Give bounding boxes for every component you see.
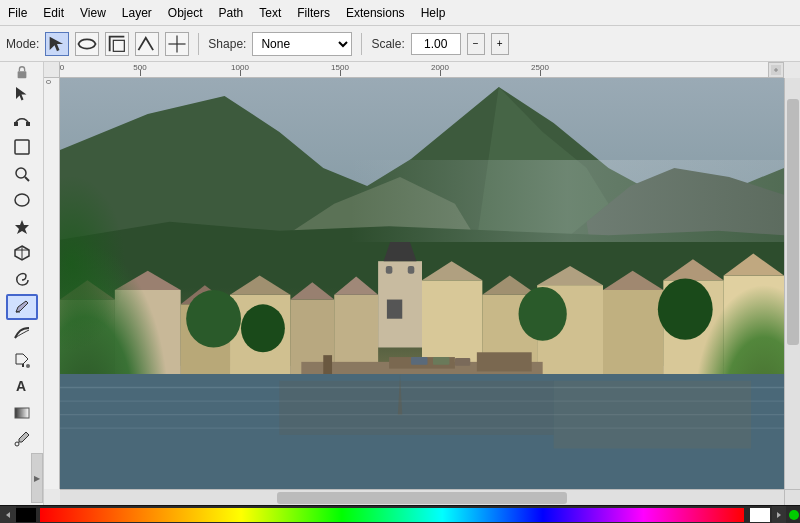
svg-point-54 — [186, 290, 241, 348]
svg-rect-6 — [15, 140, 29, 154]
ruler-tick-1500: 1500 — [331, 63, 349, 72]
color-black-swatch[interactable] — [16, 508, 36, 522]
svg-rect-5 — [26, 122, 30, 126]
ruler-tick-2000: 2000 — [431, 63, 449, 72]
canvas-resize-btn[interactable] — [768, 62, 784, 78]
ruler-tick-2500: 2500 — [531, 63, 549, 72]
tool-star[interactable] — [6, 214, 38, 240]
tool-gradient[interactable] — [6, 400, 38, 426]
mode-btn-smooth[interactable] — [135, 32, 159, 56]
mode-btn-symmetric[interactable] — [165, 32, 189, 56]
menu-extensions[interactable]: Extensions — [338, 3, 413, 23]
svg-marker-26 — [384, 242, 417, 261]
tool-eyedropper[interactable] — [6, 427, 38, 453]
mode-btn-corner[interactable] — [105, 32, 129, 56]
tool-node[interactable] — [6, 108, 38, 134]
svg-marker-39 — [290, 283, 334, 300]
menu-layer[interactable]: Layer — [114, 3, 160, 23]
options-separator-1 — [198, 33, 199, 55]
ruler-v-label: 0 — [45, 80, 52, 84]
tool-options-bar: Mode: Shape: None Circle Square Diamond — [0, 26, 800, 62]
scrollbar-horizontal[interactable] — [60, 489, 784, 505]
status-bar — [0, 505, 800, 523]
color-white-swatch[interactable] — [750, 508, 770, 522]
svg-marker-49 — [603, 271, 663, 290]
menu-text[interactable]: Text — [251, 3, 289, 23]
svg-rect-71 — [279, 381, 553, 435]
mode-label: Mode: — [6, 37, 39, 51]
menu-edit[interactable]: Edit — [35, 3, 72, 23]
canvas-view[interactable] — [60, 78, 784, 489]
svg-marker-37 — [230, 276, 290, 295]
menu-object[interactable]: Object — [160, 3, 211, 23]
toolbar-expand-btn[interactable]: ▶ — [31, 453, 43, 503]
color-green-dot — [789, 510, 799, 520]
tool-selector[interactable] — [6, 82, 38, 108]
scrollbar-v-thumb[interactable] — [787, 99, 799, 346]
svg-rect-48 — [603, 290, 663, 376]
canvas-wrapper: 0 500 1000 1500 2000 2500 0 — [44, 62, 800, 505]
tool-zoom[interactable] — [6, 161, 38, 187]
main-area: A ▶ — [0, 62, 800, 505]
menu-help[interactable]: Help — [413, 3, 454, 23]
menu-path[interactable]: Path — [211, 3, 252, 23]
svg-rect-61 — [477, 353, 532, 372]
svg-point-17 — [15, 442, 19, 446]
menu-filters[interactable]: Filters — [289, 3, 338, 23]
svg-rect-63 — [433, 357, 449, 365]
scrollbar-h-thumb[interactable] — [277, 492, 567, 504]
shape-select[interactable]: None Circle Square Diamond — [252, 32, 352, 56]
tool-spiral[interactable] — [6, 267, 38, 293]
svg-rect-0 — [114, 40, 125, 51]
tool-paint-bucket[interactable] — [6, 347, 38, 373]
svg-rect-29 — [408, 266, 415, 274]
svg-marker-10 — [15, 220, 29, 234]
svg-line-18 — [18, 442, 19, 443]
mode-btn-arrow[interactable] — [45, 32, 69, 56]
ruler-corner — [44, 62, 60, 78]
svg-marker-51 — [663, 260, 723, 281]
svg-rect-28 — [386, 266, 393, 274]
mode-btn-node[interactable] — [75, 32, 99, 56]
svg-point-55 — [241, 305, 285, 353]
ruler-tick-0: 0 — [60, 63, 64, 72]
scrollbar-vertical[interactable] — [784, 78, 800, 489]
svg-marker-53 — [724, 254, 784, 276]
svg-marker-47 — [537, 266, 603, 285]
ruler-horizontal: 0 500 1000 1500 2000 2500 — [60, 62, 784, 78]
tool-tweak[interactable] — [6, 135, 38, 161]
left-toolbar: A ▶ — [0, 62, 44, 505]
options-separator-2 — [361, 33, 362, 55]
tool-pencil[interactable] — [6, 294, 38, 320]
svg-point-56 — [519, 287, 567, 341]
svg-text:A: A — [16, 378, 26, 394]
scale-increase-btn[interactable]: + — [491, 33, 509, 55]
svg-point-9 — [15, 194, 29, 206]
svg-marker-41 — [334, 277, 378, 295]
svg-point-14 — [26, 364, 30, 368]
ruler-vertical: 0 — [44, 78, 60, 489]
status-right-arrow[interactable] — [772, 506, 786, 524]
ruler-tick-500: 500 — [133, 63, 146, 72]
svg-rect-3 — [17, 71, 26, 78]
color-indicator — [788, 510, 800, 520]
tool-3dbox[interactable] — [6, 241, 38, 267]
svg-rect-62 — [411, 357, 427, 365]
svg-rect-4 — [14, 122, 18, 126]
ruler-tick-1000: 1000 — [231, 63, 249, 72]
scale-decrease-btn[interactable]: − — [467, 33, 485, 55]
tool-calligraphy[interactable] — [6, 321, 38, 347]
lock-icon[interactable] — [6, 64, 38, 80]
menu-bar: File Edit View Layer Object Path Text Fi… — [0, 0, 800, 26]
svg-rect-64 — [455, 358, 470, 366]
svg-line-8 — [25, 177, 29, 181]
status-left-arrow[interactable] — [0, 506, 16, 524]
tool-circle[interactable] — [6, 188, 38, 214]
color-palette[interactable] — [40, 508, 744, 522]
menu-view[interactable]: View — [72, 3, 114, 23]
menu-file[interactable]: File — [0, 3, 35, 23]
scale-label: Scale: — [371, 37, 404, 51]
scale-input[interactable] — [411, 33, 461, 55]
svg-rect-27 — [387, 300, 402, 319]
tool-text[interactable]: A — [6, 374, 38, 400]
